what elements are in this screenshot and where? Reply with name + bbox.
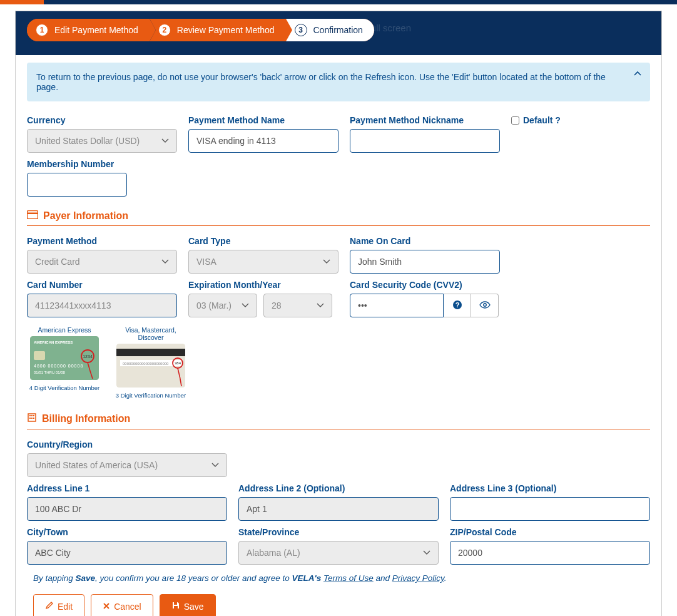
privacy-policy-link[interactable]: Privacy Policy [392,573,444,583]
step-number: 2 [158,24,171,36]
addr1-label: Address Line 1 [27,483,227,493]
svg-rect-7 [34,351,45,360]
card-type-label: Card Type [188,236,338,246]
main-panel: ull screen 1 Edit Payment Method 2 Revie… [15,11,662,616]
alert-collapse-icon[interactable] [633,69,642,80]
default-label: Default ? [523,115,561,125]
svg-rect-1 [28,213,38,215]
addr2-input[interactable] [238,497,439,521]
pencil-icon [45,601,54,612]
other-card-caption: 3 Digit Verification Number [113,392,188,399]
country-label: Country/Region [27,439,227,449]
terms-of-use-link[interactable]: Terms of Use [323,573,374,583]
membership-number-label: Membership Number [27,159,127,169]
save-button[interactable]: Save [160,594,216,616]
svg-rect-0 [28,211,38,219]
step-edit-payment-method[interactable]: 1 Edit Payment Method [27,19,150,41]
ghost-text: ull screen [371,23,411,33]
amex-title: American Express [27,326,102,334]
cvv-input[interactable] [350,294,444,317]
amex-card-image: AMERICAN EXPRESS 4800 000000 00008 01/01… [30,336,99,380]
svg-rect-13 [116,349,185,356]
top-accent-bar [0,0,677,4]
svg-point-4 [483,303,486,305]
step-label: Confirmation [313,25,363,35]
question-circle-icon: ? [452,300,462,312]
eye-icon [479,300,491,311]
step-label: Edit Payment Method [54,25,138,35]
svg-rect-22 [29,418,31,419]
svg-rect-25 [174,602,177,605]
content: To return to the previous page, do not u… [16,55,661,616]
svg-text:0000000000000000000000: 0000000000000000000000 [123,362,169,366]
cvv-label: Card Security Code (CVV2) [350,280,499,290]
svg-text:1234: 1234 [83,354,93,359]
zip-label: ZIP/Postal Code [450,527,650,537]
building-icon [27,413,37,425]
amex-caption: 4 Digit Verification Number [27,384,102,391]
payment-method-label: Payment Method [27,236,177,246]
credit-card-icon [27,210,38,222]
currency-select[interactable]: United States Dollar (USD) [27,129,177,153]
card-type-select[interactable]: VISA [188,250,338,274]
wizard-steps-bar: ull screen 1 Edit Payment Method 2 Revie… [16,11,661,55]
addr3-input[interactable] [450,497,650,521]
payment-method-name-label: Payment Method Name [188,115,338,125]
step-review-payment-method[interactable]: 2 Review Payment Method [150,19,286,41]
svg-text:4800 000000 00008: 4800 000000 00008 [34,364,83,368]
addr1-input[interactable] [27,497,227,521]
svg-rect-24 [33,418,34,419]
other-card-title: Visa, Mastercard, Discover [113,326,188,341]
consent-text: By tapping Save, you confirm you are 18 … [33,573,650,583]
state-label: State/Province [238,527,439,537]
svg-rect-26 [174,606,178,608]
svg-text:384: 384 [175,361,181,365]
payment-method-name-input[interactable] [188,129,338,153]
step-number: 1 [36,24,48,36]
card-number-input[interactable] [27,294,177,317]
billing-information-section-title: Billing Information [27,413,650,429]
payment-method-nickname-input[interactable] [350,129,500,153]
cvv-help-button[interactable]: ? [444,294,471,317]
currency-label: Currency [27,115,177,125]
city-input[interactable] [27,541,227,565]
step-label: Review Payment Method [177,25,275,35]
edit-button[interactable]: Edit [33,594,84,616]
floppy-disk-icon [171,601,180,612]
svg-text:?: ? [455,301,459,309]
cvv-help-images: American Express AMERICAN EXPRESS 4800 0… [27,326,188,399]
name-on-card-input[interactable] [350,250,500,274]
card-number-label: Card Number [27,280,177,290]
state-select[interactable]: Alabama (AL) [238,541,439,565]
wizard-steps: 1 Edit Payment Method 2 Review Payment M… [27,19,374,41]
payer-information-section-title: Payer Information [27,210,650,226]
svg-rect-21 [33,415,34,416]
default-checkbox[interactable] [511,116,519,125]
alert-text: To return to the previous page, do not u… [36,72,606,92]
info-alert: To return to the previous page, do not u… [27,63,650,101]
expiration-month-select[interactable]: 03 (Mar.) [188,294,257,317]
svg-rect-20 [31,415,33,416]
payment-method-select[interactable]: Credit Card [27,250,177,274]
membership-number-input[interactable] [27,173,127,197]
expiration-label: Expiration Month/Year [188,280,338,290]
addr3-label: Address Line 3 (Optional) [450,483,650,493]
svg-rect-23 [31,418,33,419]
other-card-image: 0000000000000000000000 384 [116,344,185,388]
country-select[interactable]: United States of America (USA) [27,453,227,477]
step-number: 3 [295,24,307,36]
name-on-card-label: Name On Card [350,236,500,246]
expiration-year-select[interactable]: 28 [263,294,332,317]
close-icon [103,602,110,612]
cancel-button[interactable]: Cancel [91,594,153,616]
payment-method-nickname-label: Payment Method Nickname [350,115,500,125]
city-label: City/Town [27,527,227,537]
svg-text:01/01 THRU 01/08: 01/01 THRU 01/08 [34,371,66,374]
step-confirmation[interactable]: 3 Confirmation [286,19,374,41]
addr2-label: Address Line 2 (Optional) [238,483,439,493]
cvv-reveal-button[interactable] [471,294,499,317]
zip-input[interactable] [450,541,650,565]
svg-text:AMERICAN EXPRESS: AMERICAN EXPRESS [34,341,73,344]
svg-rect-19 [29,415,31,416]
